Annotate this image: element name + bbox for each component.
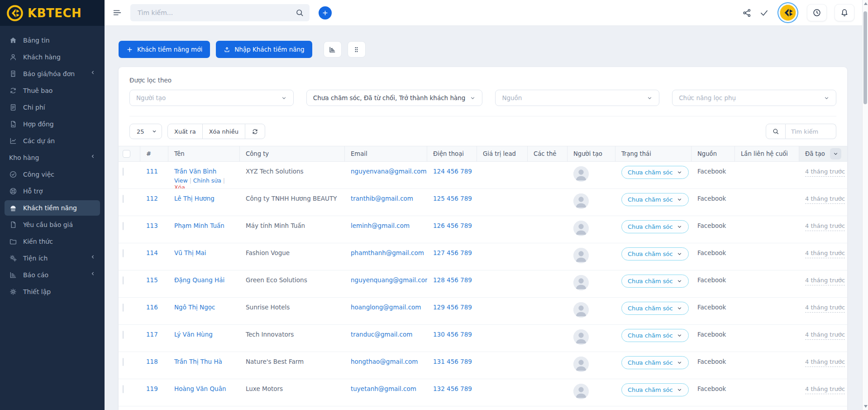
lead-name-link[interactable]: Lê Thị Hương	[174, 195, 215, 202]
sidebar-item-chi-phi[interactable]: Chi phí	[5, 100, 100, 115]
lead-email-link[interactable]: tranthib@gmail.com	[351, 195, 413, 202]
lead-phone-link[interactable]: 130 456 789	[433, 331, 472, 338]
creator-avatar[interactable]	[573, 329, 589, 345]
notifications-button[interactable]	[835, 4, 854, 21]
lead-id-link[interactable]: 119	[146, 385, 158, 392]
sidebar-item-khach-tiem-nang[interactable]: Khách tiềm năng	[5, 200, 100, 216]
lead-name-link[interactable]: Lý Văn Hùng	[174, 331, 213, 338]
sidebar-item-hop-dong[interactable]: Hợp đồng	[5, 116, 100, 132]
lead-email-link[interactable]: hongthao@gmail.com	[351, 358, 418, 365]
lead-phone-link[interactable]: 125 456 789	[433, 195, 472, 202]
lead-id-link[interactable]: 112	[146, 195, 158, 202]
scroll-up-arrow-icon[interactable]	[864, 2, 868, 5]
status-dropdown[interactable]: Chưa chăm sóc	[621, 247, 689, 260]
sidebar-item-yeu-cau-bao-gia[interactable]: Yêu cầu báo giá	[5, 217, 100, 232]
creator-avatar[interactable]	[573, 166, 589, 182]
created-date[interactable]: 4 tháng trước	[805, 222, 845, 231]
brand-logo[interactable]: KBTECH	[0, 0, 105, 26]
row-checkbox[interactable]	[123, 276, 124, 285]
filter-status-select[interactable]: Chưa chăm sóc, Đã từ chối, Trở thành khá…	[306, 90, 483, 106]
column-header[interactable]: Nguồn	[692, 146, 735, 161]
row-checkbox[interactable]	[123, 222, 124, 230]
sidebar-item-tien-ich[interactable]: Tiện ích	[5, 251, 100, 266]
sidebar-item-kien-thuc[interactable]: Kiến thức	[5, 234, 100, 249]
lead-email-link[interactable]: tranduc@gmail.com	[351, 331, 412, 338]
scrollbar-thumb[interactable]	[863, 11, 867, 104]
refresh-button[interactable]	[245, 124, 265, 139]
creator-avatar[interactable]	[573, 302, 589, 318]
page-size-select[interactable]: 25	[129, 124, 162, 139]
search-icon[interactable]	[295, 8, 304, 17]
lead-phone-link[interactable]: 131 456 789	[433, 358, 472, 365]
row-checkbox[interactable]	[123, 358, 124, 366]
lead-phone-link[interactable]: 129 456 789	[433, 304, 472, 311]
lead-name-link[interactable]: Trần Văn Bình	[174, 168, 216, 175]
new-lead-button[interactable]: Khách tiềm năng mới	[119, 41, 210, 58]
filter-extra-select[interactable]: Chức năng lọc phụ	[672, 90, 836, 106]
sidebar-item-thue-bao[interactable]: Thuê bao	[5, 83, 100, 98]
lead-name-link[interactable]: Ngô Thị Ngọc	[174, 304, 215, 311]
column-header[interactable]: Người tạo	[568, 146, 615, 161]
import-leads-button[interactable]: Nhập Khách tiềm năng	[216, 41, 312, 58]
lead-phone-link[interactable]: 128 456 789	[433, 276, 472, 284]
row-checkbox[interactable]	[123, 195, 124, 203]
share-icon[interactable]	[742, 8, 752, 18]
created-date[interactable]: 4 tháng trước	[805, 250, 845, 258]
select-all-checkbox[interactable]	[123, 150, 130, 158]
chart-view-button[interactable]	[324, 41, 342, 58]
row-checkbox[interactable]	[123, 168, 124, 176]
history-button[interactable]	[807, 4, 827, 21]
status-dropdown[interactable]: Chưa chăm sóc	[621, 302, 689, 315]
bulk-delete-button[interactable]: Xóa nhiều	[202, 124, 245, 139]
row-checkbox[interactable]	[123, 249, 124, 257]
lead-phone-link[interactable]: 126 456 789	[433, 222, 472, 229]
view-link[interactable]: View	[174, 177, 188, 184]
status-dropdown[interactable]: Chưa chăm sóc	[621, 220, 689, 233]
lead-name-link[interactable]: Hoàng Văn Quân	[174, 385, 226, 392]
lead-name-link[interactable]: Phạm Minh Tuấn	[174, 222, 224, 229]
status-dropdown[interactable]: Chưa chăm sóc	[621, 356, 689, 369]
check-icon[interactable]	[759, 8, 769, 18]
creator-avatar[interactable]	[573, 275, 589, 290]
status-dropdown[interactable]: Chưa chăm sóc	[621, 193, 689, 206]
lead-id-link[interactable]: 118	[146, 358, 158, 365]
sidebar-item-thiet-lap[interactable]: Thiết lập	[5, 284, 100, 299]
lead-id-link[interactable]: 115	[146, 276, 158, 284]
row-checkbox[interactable]	[123, 304, 124, 312]
creator-avatar[interactable]	[573, 221, 589, 236]
created-date[interactable]: 4 tháng trước	[805, 358, 845, 367]
status-dropdown[interactable]: Chưa chăm sóc	[621, 383, 689, 396]
lead-email-link[interactable]: phamthanh@gmail.com	[351, 249, 424, 256]
sidebar-item-bao-cao[interactable]: Báo cáo	[5, 267, 100, 283]
quick-add-button[interactable]	[319, 6, 332, 19]
row-checkbox[interactable]	[123, 385, 124, 393]
created-date[interactable]: 4 tháng trước	[805, 331, 845, 340]
created-date[interactable]: 4 tháng trước	[805, 277, 845, 285]
column-header[interactable]: Lần liên hệ cuối	[735, 146, 799, 161]
status-dropdown[interactable]: Chưa chăm sóc	[621, 166, 689, 179]
sidebar-item-cong-viec[interactable]: Công việc	[5, 167, 100, 182]
column-header[interactable]: Công ty	[240, 146, 345, 161]
created-sort-button[interactable]	[830, 148, 841, 159]
scroll-down-arrow-icon[interactable]	[864, 405, 868, 408]
column-header[interactable]: Trạng thái	[615, 146, 692, 161]
delete-link[interactable]: Xóa	[174, 184, 185, 188]
created-date[interactable]: 4 tháng trước	[805, 386, 845, 394]
user-avatar[interactable]	[779, 4, 796, 21]
created-date[interactable]: 4 tháng trước	[805, 304, 845, 313]
lead-email-link[interactable]: tuyetanh@gmail.com	[351, 385, 416, 392]
lead-name-link[interactable]: Vũ Thị Mai	[174, 249, 206, 256]
lead-email-link[interactable]: nguyenvana@gmail.com	[351, 168, 427, 175]
lead-id-link[interactable]: 114	[146, 249, 158, 256]
export-button[interactable]: Xuất ra	[167, 124, 203, 139]
sidebar-item-khach-hang[interactable]: Khách hàng	[5, 49, 100, 65]
lead-id-link[interactable]: 113	[146, 222, 158, 229]
sidebar-item-bao-gia-hoa-don[interactable]: Báo giá/hóa đơn	[5, 66, 100, 82]
global-search-input[interactable]	[130, 4, 310, 21]
lead-email-link[interactable]: nguyenquang@gmail.com	[351, 276, 427, 284]
table-search-input[interactable]	[786, 124, 836, 139]
lead-phone-link[interactable]: 127 456 789	[433, 249, 472, 256]
table-search-button[interactable]	[766, 124, 786, 139]
sidebar-item-cac-du-an[interactable]: Các dự án	[5, 133, 100, 149]
sidebar-item-bang-tin[interactable]: Bảng tin	[5, 33, 100, 48]
